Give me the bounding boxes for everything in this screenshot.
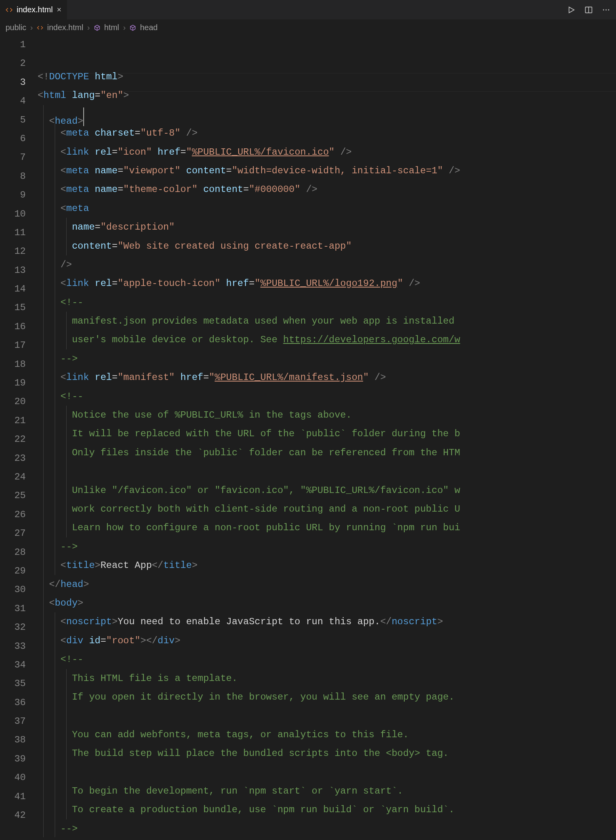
line-number[interactable]: 36 — [0, 693, 26, 712]
line-number[interactable]: 25 — [0, 486, 26, 505]
line-number[interactable]: 35 — [0, 674, 26, 693]
code-line[interactable]: <!-- — [38, 293, 616, 312]
line-number[interactable]: 21 — [0, 411, 26, 430]
code-line[interactable]: name="description" — [38, 218, 616, 236]
line-number[interactable]: 23 — [0, 449, 26, 468]
line-number[interactable]: 37 — [0, 712, 26, 731]
line-number[interactable]: 42 — [0, 806, 26, 825]
code-line[interactable]: </head> — [38, 575, 616, 594]
line-number[interactable]: 3 — [0, 73, 26, 92]
line-number[interactable]: 26 — [0, 505, 26, 524]
line-number[interactable]: 5 — [0, 111, 26, 129]
code-line[interactable]: <div id="root"></div> — [38, 631, 616, 650]
code-area[interactable]: <!DOCTYPE html><html lang="en"> <head> <… — [38, 35, 616, 837]
line-number[interactable]: 15 — [0, 298, 26, 317]
line-number[interactable]: 11 — [0, 223, 26, 242]
line-number[interactable]: 28 — [0, 543, 26, 562]
line-number[interactable]: 27 — [0, 524, 26, 543]
line-number[interactable]: 39 — [0, 750, 26, 768]
line-number[interactable]: 32 — [0, 618, 26, 637]
split-editor-icon[interactable] — [584, 6, 593, 14]
line-number[interactable]: 8 — [0, 167, 26, 186]
line-number[interactable]: 14 — [0, 280, 26, 298]
code-line[interactable]: <meta — [38, 199, 616, 218]
tab-index-html[interactable]: index.html × — [0, 0, 67, 19]
line-number[interactable]: 6 — [0, 129, 26, 148]
code-line[interactable]: content="Web site created using create-r… — [38, 237, 616, 255]
code-line[interactable]: <!-- — [38, 650, 616, 669]
code-editor[interactable]: 1234567891011121314151617181920212223242… — [0, 35, 616, 837]
code-line[interactable]: The build step will place the bundled sc… — [38, 744, 616, 763]
breadcrumb-segment[interactable]: index.html — [47, 23, 83, 32]
line-number[interactable]: 10 — [0, 205, 26, 223]
more-actions-icon[interactable] — [602, 6, 610, 14]
code-line[interactable]: manifest.json provides metadata used whe… — [38, 312, 616, 330]
line-number[interactable]: 18 — [0, 355, 26, 374]
code-line[interactable]: <link rel="icon" href="%PUBLIC_URL%/favi… — [38, 143, 616, 161]
code-line[interactable]: <!-- — [38, 387, 616, 406]
code-line[interactable]: Only files inside the `public` folder ca… — [38, 443, 616, 462]
token-text — [89, 372, 95, 383]
line-number-gutter[interactable]: 1234567891011121314151617181920212223242… — [0, 35, 38, 837]
code-line[interactable]: This HTML file is a template. — [38, 669, 616, 688]
line-number[interactable]: 41 — [0, 787, 26, 806]
indent-guide — [55, 744, 55, 763]
breadcrumb-segment[interactable]: html — [104, 23, 119, 32]
line-number[interactable]: 31 — [0, 599, 26, 618]
code-line[interactable]: /> — [38, 255, 616, 274]
line-number[interactable]: 4 — [0, 92, 26, 110]
line-number[interactable]: 19 — [0, 374, 26, 392]
code-line[interactable]: <!DOCTYPE html> — [38, 67, 616, 86]
line-number[interactable]: 16 — [0, 317, 26, 336]
code-line[interactable] — [38, 462, 616, 481]
code-line[interactable]: <meta name="theme-color" content="#00000… — [38, 180, 616, 199]
code-line[interactable]: --> — [38, 537, 616, 556]
line-number[interactable]: 20 — [0, 392, 26, 411]
token-comment: manifest.json provides metadata used whe… — [72, 316, 460, 326]
code-line[interactable]: <body> — [38, 594, 616, 612]
line-number[interactable]: 30 — [0, 580, 26, 599]
code-line[interactable]: user's mobile device or desktop. See htt… — [38, 330, 616, 349]
line-number[interactable]: 9 — [0, 186, 26, 204]
line-number[interactable]: 22 — [0, 430, 26, 449]
code-line[interactable]: To create a production bundle, use `npm … — [38, 800, 616, 819]
code-line[interactable]: Notice the use of %PUBLIC_URL% in the ta… — [38, 406, 616, 424]
code-line[interactable]: <noscript>You need to enable JavaScript … — [38, 612, 616, 631]
code-line[interactable]: --> — [38, 819, 616, 837]
indent-guide — [43, 575, 44, 594]
line-number[interactable]: 34 — [0, 656, 26, 674]
breadcrumb-segment[interactable]: public — [6, 23, 26, 32]
line-number[interactable]: 1 — [0, 35, 26, 54]
line-number[interactable]: 38 — [0, 731, 26, 749]
code-line[interactable]: work correctly both with client-side rou… — [38, 500, 616, 518]
line-number[interactable]: 29 — [0, 562, 26, 580]
code-line[interactable]: If you open it directly in the browser, … — [38, 688, 616, 706]
code-line[interactable]: Learn how to configure a non-root public… — [38, 518, 616, 537]
code-line[interactable] — [38, 706, 616, 725]
code-line[interactable]: <meta charset="utf-8" /> — [38, 124, 616, 142]
code-line[interactable]: --> — [38, 349, 616, 368]
code-line[interactable]: Unlike "/favicon.ico" or "favicon.ico", … — [38, 481, 616, 500]
code-line[interactable]: <meta name="viewport" content="width=dev… — [38, 161, 616, 180]
line-number[interactable]: 12 — [0, 242, 26, 261]
code-line[interactable]: It will be replaced with the URL of the … — [38, 424, 616, 443]
tab-close-icon[interactable]: × — [57, 5, 61, 14]
code-line[interactable]: You can add webfonts, meta tags, or anal… — [38, 725, 616, 744]
run-icon[interactable] — [567, 6, 576, 14]
breadcrumb[interactable]: public › index.html › html › head — [0, 20, 616, 35]
line-number[interactable]: 13 — [0, 261, 26, 280]
code-line[interactable]: <head> — [38, 105, 616, 124]
breadcrumb-segment[interactable]: head — [140, 23, 158, 32]
line-number[interactable]: 7 — [0, 148, 26, 167]
code-line[interactable]: <link rel="manifest" href="%PUBLIC_URL%/… — [38, 368, 616, 387]
code-line[interactable]: To begin the development, run `npm start… — [38, 782, 616, 800]
code-line[interactable] — [38, 763, 616, 781]
line-number[interactable]: 17 — [0, 336, 26, 355]
code-line[interactable]: <link rel="apple-touch-icon" href="%PUBL… — [38, 274, 616, 293]
line-number[interactable]: 33 — [0, 637, 26, 656]
code-line[interactable]: <title>React App</title> — [38, 556, 616, 575]
line-number[interactable]: 24 — [0, 468, 26, 486]
code-line[interactable]: <html lang="en"> — [38, 86, 616, 105]
line-number[interactable]: 40 — [0, 768, 26, 787]
line-number[interactable]: 2 — [0, 54, 26, 73]
